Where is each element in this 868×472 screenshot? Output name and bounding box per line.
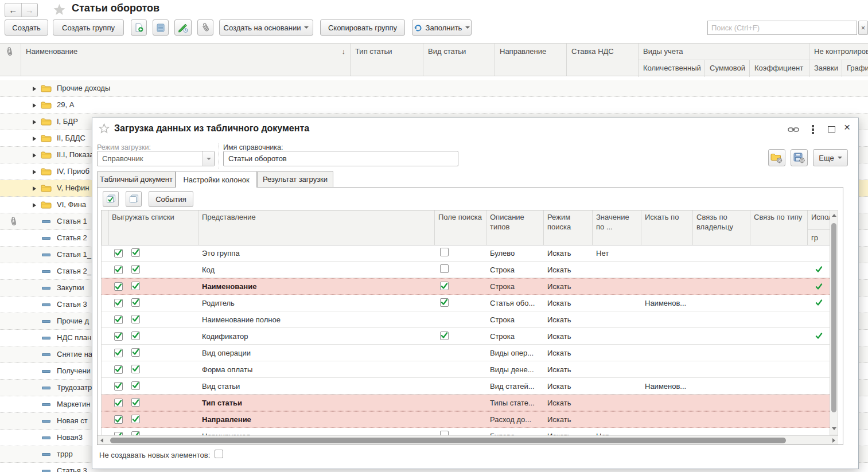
combo-dropdown-button[interactable] <box>203 151 214 166</box>
scroll-left-icon[interactable] <box>100 438 103 443</box>
expand-arrow-icon[interactable] <box>33 136 36 141</box>
upload-checkbox[interactable] <box>114 282 123 291</box>
load-mode-combo[interactable]: Справочник <box>97 151 215 166</box>
copy-group-button[interactable]: Скопировать группу <box>320 19 405 36</box>
column-header-type[interactable]: Тип статьи <box>350 44 423 76</box>
search-field-checkbox[interactable] <box>440 282 449 290</box>
expand-arrow-icon[interactable] <box>33 203 36 208</box>
lists-checkbox[interactable] <box>131 331 140 340</box>
upload-checkbox[interactable] <box>114 266 123 274</box>
paperclip-column-header[interactable] <box>0 44 21 76</box>
lists-checkbox[interactable] <box>131 431 140 435</box>
lists-checkbox[interactable] <box>131 265 140 274</box>
expand-arrow-icon[interactable] <box>33 87 36 91</box>
column-header-schedule[interactable]: График <box>842 60 868 77</box>
expand-arrow-icon[interactable] <box>33 170 36 174</box>
upload-checkbox[interactable] <box>114 332 123 341</box>
upload-checkbox[interactable] <box>114 382 123 391</box>
column-header-coefficient[interactable]: Коэффициент <box>749 60 809 77</box>
expand-arrow-icon[interactable] <box>33 186 36 191</box>
upload-checkbox[interactable] <box>114 315 123 324</box>
maximize-icon[interactable] <box>828 126 835 132</box>
no-new-elements-checkbox[interactable] <box>215 450 223 458</box>
horizontal-scrollbar[interactable] <box>98 435 838 444</box>
search-field-checkbox[interactable] <box>440 264 449 273</box>
expand-arrow-icon[interactable] <box>33 153 36 158</box>
column-settings-row[interactable]: Форма оплатыВиды дене...Искать <box>102 361 830 378</box>
lists-checkbox[interactable] <box>131 282 140 290</box>
catalog-name-input[interactable] <box>223 151 458 166</box>
column-settings-row[interactable]: Тип статьиТипы стате...Искать <box>102 395 830 411</box>
expand-arrow-icon[interactable] <box>33 103 36 108</box>
link-icon[interactable] <box>788 126 799 133</box>
upload-checkbox[interactable] <box>114 415 123 424</box>
upload-checkbox[interactable] <box>114 365 123 374</box>
lists-checkbox[interactable] <box>131 381 140 390</box>
column-settings-row[interactable]: КодСтрокаИскать <box>102 262 830 278</box>
search-field-checkbox[interactable] <box>440 431 449 435</box>
lists-checkbox[interactable] <box>131 298 140 307</box>
more-menu-icon[interactable] <box>812 125 814 135</box>
tab-spreadsheet-document[interactable]: Табличный документ <box>97 171 176 187</box>
column-group-not-controlled[interactable]: Не контролирова <box>809 44 868 60</box>
favorite-star-icon[interactable] <box>53 3 66 16</box>
new-document-button[interactable] <box>131 19 147 36</box>
lists-checkbox[interactable] <box>131 315 140 323</box>
column-header-direction[interactable]: Направление <box>495 44 566 76</box>
create-based-on-button[interactable]: Создать на основании <box>219 19 313 36</box>
column-settings-row[interactable]: НаименованиеСтрокаИскать <box>102 278 830 295</box>
events-button[interactable]: События <box>149 191 193 207</box>
list-view-button[interactable] <box>153 19 169 36</box>
column-settings-row[interactable]: Вид операцииВиды опер...Искать <box>102 345 830 361</box>
tab-load-result[interactable]: Результат загрузки <box>257 171 333 187</box>
attachments-button[interactable] <box>197 19 213 36</box>
close-icon[interactable]: × <box>844 121 850 134</box>
create-button[interactable]: Создать <box>5 19 48 36</box>
column-header-vat[interactable]: Ставка НДС <box>566 44 638 76</box>
upload-checkbox[interactable] <box>114 249 123 258</box>
column-header-requests[interactable]: Заявки <box>809 60 842 77</box>
search-input[interactable] <box>707 21 857 35</box>
load-settings-button[interactable] <box>768 149 785 166</box>
lists-checkbox[interactable] <box>131 398 140 407</box>
uncheck-all-button[interactable] <box>126 191 142 207</box>
tree-row[interactable]: 29, А <box>0 97 868 114</box>
column-header-quantitative[interactable]: Количественный <box>638 60 704 77</box>
horizontal-scrollbar-thumb[interactable] <box>110 438 786 443</box>
create-group-button[interactable]: Создать группу <box>53 19 124 36</box>
forward-arrow-icon[interactable]: → <box>22 3 38 17</box>
search-field-checkbox[interactable] <box>440 248 449 256</box>
column-group-accounting[interactable]: Виды учета <box>638 44 809 60</box>
nav-history-group[interactable]: ← → <box>5 3 38 17</box>
column-header-sum[interactable]: Суммовой <box>704 60 749 77</box>
favorite-star-outline-icon[interactable] <box>99 123 110 134</box>
column-settings-row[interactable]: Вид статьиВид статей...ИскатьНаименов... <box>102 378 830 395</box>
search-field-checkbox[interactable] <box>440 331 449 340</box>
column-settings-row[interactable]: Это группаБулевоИскатьНет <box>102 245 830 262</box>
expand-arrow-icon[interactable] <box>33 120 36 124</box>
column-settings-row[interactable]: НаправлениеРасход до...Искать <box>102 411 830 428</box>
save-settings-button[interactable] <box>791 149 808 166</box>
more-button[interactable]: Еще <box>813 149 848 166</box>
scroll-down-icon[interactable] <box>832 427 836 430</box>
vertical-scrollbar[interactable] <box>830 210 838 435</box>
tab-column-settings[interactable]: Настройки колонок <box>176 171 257 188</box>
column-header-kind[interactable]: Вид статьи <box>423 44 495 76</box>
search-clear-button[interactable]: × <box>858 21 868 35</box>
lists-checkbox[interactable] <box>131 248 140 257</box>
column-settings-row[interactable]: РодительСтатья обо...ИскатьНаименов... <box>102 295 830 311</box>
upload-checkbox[interactable] <box>114 299 123 307</box>
check-all-button[interactable] <box>103 191 119 207</box>
upload-checkbox[interactable] <box>114 399 123 407</box>
search-field-checkbox[interactable] <box>440 298 449 307</box>
scroll-right-icon[interactable] <box>832 438 835 443</box>
fill-button[interactable]: Заполнить <box>412 19 472 36</box>
vertical-scrollbar-thumb[interactable] <box>831 223 836 412</box>
column-settings-row[interactable]: Наименование полноеСтрокаИскать <box>102 311 830 328</box>
upload-checkbox[interactable] <box>114 349 123 357</box>
column-settings-row[interactable]: НормируемаяБулевоИскатьНет <box>102 428 830 435</box>
column-settings-row[interactable]: КодификаторСтрокаИскать <box>102 328 830 345</box>
lists-checkbox[interactable] <box>131 365 140 373</box>
tree-row[interactable]: Прочие доходы <box>0 80 868 97</box>
lists-checkbox[interactable] <box>131 415 140 423</box>
